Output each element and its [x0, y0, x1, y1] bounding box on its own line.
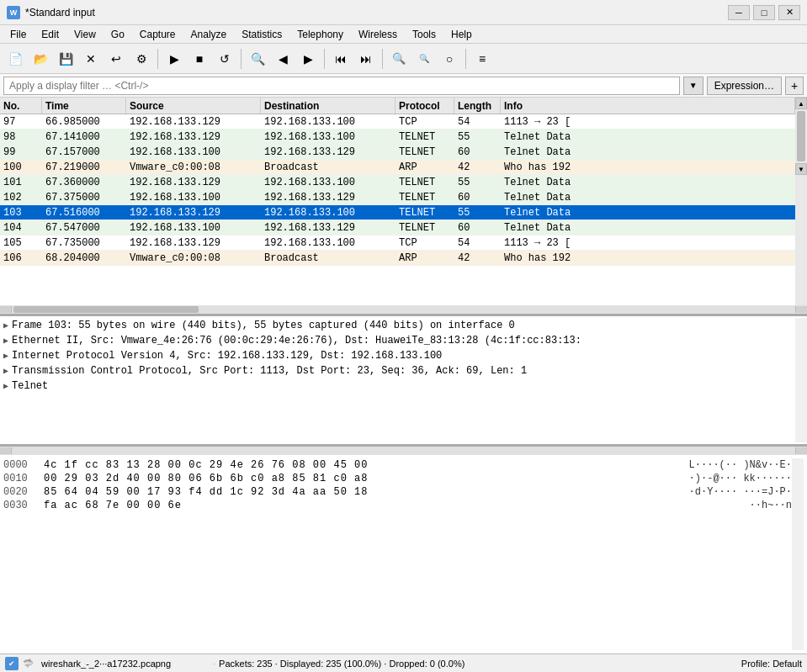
table-row[interactable]: 10267.375000192.168.133.100192.168.133.1…	[0, 190, 795, 205]
status-profile: Profile: Default	[741, 659, 802, 669]
app-icon: W	[7, 6, 20, 19]
find-packet-button[interactable]: 🔍	[246, 47, 269, 71]
window-title: *Standard input	[25, 7, 95, 19]
col-header-source[interactable]: Source	[126, 98, 261, 114]
detail-row[interactable]: ▶ Internet Protocol Version 4, Src: 192.…	[0, 348, 795, 363]
cell-dest: 192.168.133.100	[261, 114, 396, 129]
maximize-button[interactable]: □	[753, 5, 775, 20]
hex-scrollbar[interactable]	[792, 458, 804, 650]
scroll-down-arrow[interactable]: ▼	[795, 163, 807, 175]
cell-source: 192.168.133.129	[126, 235, 261, 250]
details-hscroll[interactable]	[0, 447, 807, 455]
menu-item-help[interactable]: Help	[444, 26, 479, 43]
expand-icon: ▶	[3, 381, 8, 391]
cell-no: 98	[0, 130, 42, 144]
table-row[interactable]: 10567.735000192.168.133.129192.168.133.1…	[0, 235, 795, 251]
packet-list-scrollbar[interactable]: ▲ ▼	[795, 98, 807, 305]
menu-item-file[interactable]: File	[3, 26, 33, 43]
next-packet-button[interactable]: ▶	[296, 47, 320, 71]
zoom-in-button[interactable]: 🔍	[387, 47, 411, 71]
hscroll-thumb[interactable]	[13, 306, 199, 313]
table-row[interactable]: 10167.360000192.168.133.129192.168.133.1…	[0, 175, 795, 190]
menu-item-telephony[interactable]: Telephony	[290, 26, 350, 43]
menu-item-capture[interactable]: Capture	[133, 26, 183, 43]
zoom-normal-button[interactable]: ○	[438, 47, 461, 71]
table-row[interactable]: 10067.219000Vmware_c0:00:08BroadcastARP4…	[0, 160, 795, 175]
cell-source: 192.168.133.100	[126, 190, 261, 204]
detail-text: Transmission Control Protocol, Src Port:…	[12, 365, 527, 377]
cell-time: 67.360000	[42, 175, 126, 189]
table-row[interactable]: 9766.985000192.168.133.129192.168.133.10…	[0, 114, 795, 130]
scroll-thumb[interactable]	[797, 111, 805, 161]
packet-list-hscroll[interactable]	[0, 305, 807, 314]
menu-item-view[interactable]: View	[67, 26, 103, 43]
title-bar-left: W *Standard input	[7, 6, 95, 19]
zoom-out-button[interactable]: 🔍	[412, 47, 436, 71]
hex-ascii: ··h~··n	[750, 500, 792, 511]
cell-source: 192.168.133.100	[126, 220, 261, 235]
last-packet-button[interactable]: ⏭	[354, 47, 378, 71]
expression-button[interactable]: Expression…	[707, 77, 782, 95]
restart-capture-button[interactable]: ↺	[213, 47, 236, 71]
cell-time: 67.516000	[42, 205, 126, 220]
detail-row[interactable]: ▶ Ethernet II, Src: Vmware_4e:26:76 (00:…	[0, 333, 795, 348]
hex-row: 00004c 1f cc 83 13 28 00 0c 29 4e 26 76 …	[3, 458, 792, 472]
table-row[interactable]: 10668.204000Vmware_c0:00:08BroadcastARP4…	[0, 251, 795, 266]
detail-row[interactable]: ▶ Telnet	[0, 378, 795, 394]
reload-button[interactable]: ↩	[104, 47, 128, 71]
prev-packet-button[interactable]: ◀	[271, 47, 295, 71]
col-header-dest[interactable]: Destination	[261, 98, 396, 114]
hex-ascii: ·d·Y···· ···=J·P·	[689, 486, 792, 498]
cell-no: 101	[0, 175, 42, 189]
scroll-up-arrow[interactable]: ▲	[795, 98, 807, 109]
new-file-button[interactable]: 📄	[3, 47, 27, 71]
col-header-time[interactable]: Time	[42, 98, 126, 114]
table-row[interactable]: 9867.141000192.168.133.129192.168.133.10…	[0, 130, 795, 145]
cell-dest: Broadcast	[261, 251, 396, 265]
status-icons: ✔ 🦈	[5, 657, 35, 670]
minimize-button[interactable]: ─	[728, 5, 750, 20]
detail-text: Ethernet II, Src: Vmware_4e:26:76 (00:0c…	[12, 335, 581, 347]
expand-tree-button[interactable]: ≡	[470, 47, 494, 71]
filter-bar: ▼ Expression… +	[0, 74, 807, 98]
add-filter-button[interactable]: +	[785, 77, 804, 95]
start-capture-button[interactable]: ▶	[162, 47, 186, 71]
hex-bytes: fa ac 68 7e 00 00 6e	[44, 500, 743, 511]
capture-options-button[interactable]: ⚙	[130, 47, 153, 71]
menu-item-analyze[interactable]: Analyze	[184, 26, 234, 43]
first-packet-button[interactable]: ⏮	[329, 47, 353, 71]
filter-dropdown-button[interactable]: ▼	[683, 77, 703, 95]
save-file-button[interactable]: 💾	[54, 47, 77, 71]
display-filter-input[interactable]	[3, 77, 680, 95]
table-row[interactable]: 10367.516000192.168.133.129192.168.133.1…	[0, 205, 795, 220]
table-row[interactable]: 9967.157000192.168.133.100192.168.133.12…	[0, 145, 795, 160]
cell-source: 192.168.133.129	[126, 175, 261, 189]
close-file-button[interactable]: ✕	[79, 47, 103, 71]
menu-item-go[interactable]: Go	[104, 26, 131, 43]
menu-item-statistics[interactable]: Statistics	[235, 26, 289, 43]
menu-bar: FileEditViewGoCaptureAnalyzeStatisticsTe…	[0, 25, 807, 44]
details-scrollbar[interactable]	[795, 318, 807, 442]
open-file-button[interactable]: 📂	[29, 47, 52, 71]
col-header-protocol[interactable]: Protocol	[396, 98, 454, 114]
title-bar: W *Standard input ─ □ ✕	[0, 0, 807, 25]
cell-source: Vmware_c0:00:08	[126, 251, 261, 265]
expand-icon: ▶	[3, 336, 8, 346]
col-header-length[interactable]: Length	[454, 98, 501, 114]
detail-row[interactable]: ▶ Frame 103: 55 bytes on wire (440 bits)…	[0, 318, 795, 333]
window-controls: ─ □ ✕	[728, 5, 800, 20]
toolbar-sep-2	[241, 49, 242, 69]
cell-proto: TCP	[396, 114, 454, 129]
col-header-info[interactable]: Info	[501, 98, 795, 114]
stop-capture-button[interactable]: ■	[188, 47, 211, 71]
close-button[interactable]: ✕	[778, 5, 800, 20]
cell-len: 55	[454, 130, 501, 144]
cell-len: 54	[454, 235, 501, 250]
detail-text: Telnet	[12, 380, 48, 392]
menu-item-edit[interactable]: Edit	[35, 26, 66, 43]
menu-item-wireless[interactable]: Wireless	[352, 26, 404, 43]
col-header-no[interactable]: No.	[0, 98, 42, 114]
menu-item-tools[interactable]: Tools	[406, 26, 443, 43]
detail-row[interactable]: ▶ Transmission Control Protocol, Src Por…	[0, 363, 795, 378]
table-row[interactable]: 10467.547000192.168.133.100192.168.133.1…	[0, 220, 795, 235]
